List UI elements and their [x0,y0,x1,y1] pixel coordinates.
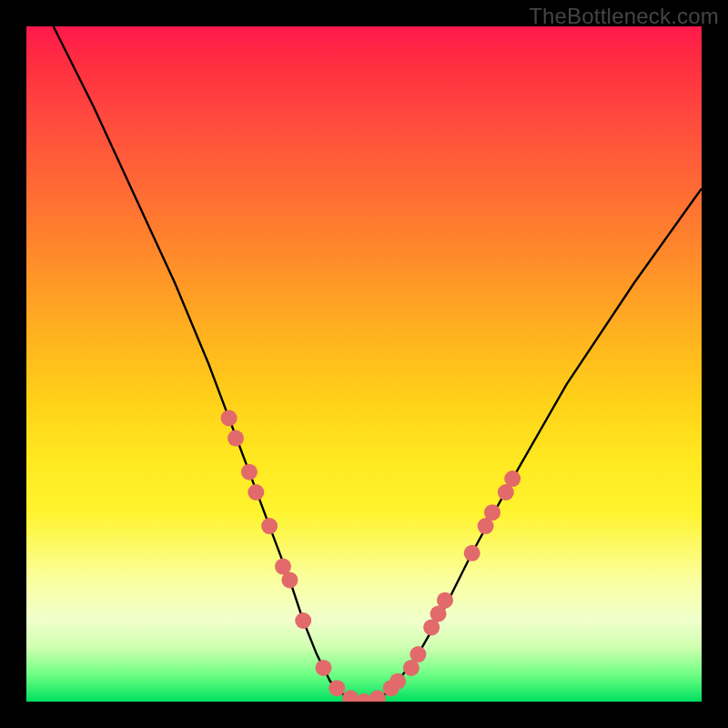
curve-marker [369,690,386,702]
watermark-text: TheBottleneck.com [529,4,719,29]
chart-overlay-svg [26,26,702,702]
curve-marker [281,571,298,588]
curve-marker [221,410,238,426]
curve-marker [248,484,264,500]
curve-marker [295,612,311,629]
curve-marker [261,518,278,534]
curve-marker [410,646,426,662]
curve-marker [437,592,453,609]
curve-marker [241,464,258,480]
curve-marker [329,680,345,696]
curve-marker [389,673,406,690]
curve-marker [464,545,480,561]
curve-marker [316,660,332,676]
curve-markers [221,410,521,702]
curve-marker [228,430,244,447]
curve-marker [484,504,500,521]
bottleneck-curve [54,26,702,702]
chart-frame: TheBottleneck.com [0,0,728,728]
curve-marker [504,470,521,487]
